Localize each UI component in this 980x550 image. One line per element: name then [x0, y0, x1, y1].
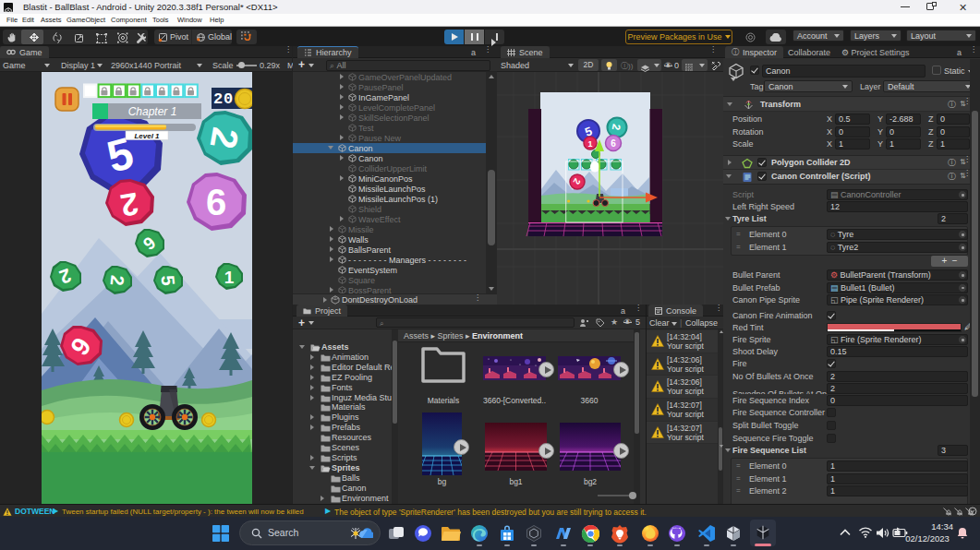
svg-text:2: 2: [213, 90, 223, 108]
svg-text:0: 0: [224, 90, 233, 108]
svg-text:Chapter 1: Chapter 1: [128, 105, 177, 118]
svg-text:5: 5: [158, 274, 179, 286]
svg-text:1: 1: [587, 139, 592, 149]
svg-text:2: 2: [107, 274, 128, 286]
svg-text:Level 1: Level 1: [134, 132, 160, 140]
svg-text:6: 6: [611, 138, 616, 149]
svg-text:6: 6: [206, 182, 226, 222]
svg-text:1: 1: [224, 268, 235, 287]
